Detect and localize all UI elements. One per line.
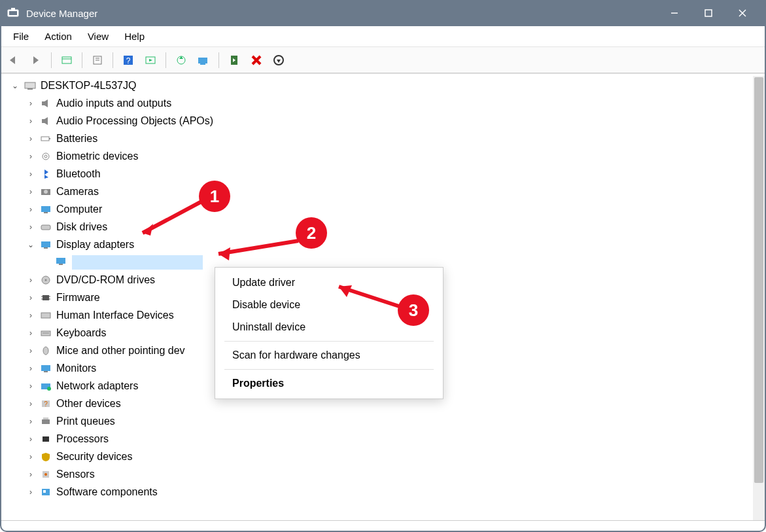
monitor-icon	[39, 204, 52, 215]
svg-rect-28	[25, 82, 35, 88]
sensor-icon	[39, 469, 52, 480]
chevron-right-icon[interactable]: ›	[26, 328, 35, 338]
context-scan-hardware[interactable]: Scan for hardware changes	[215, 344, 443, 366]
disable-device-button[interactable]	[269, 50, 288, 70]
category-node[interactable]: › Software components	[26, 483, 766, 501]
chevron-right-icon[interactable]: ›	[26, 452, 35, 461]
monitor-icon	[55, 256, 68, 269]
menu-file[interactable]: File	[5, 28, 37, 44]
toolbar-separator	[165, 52, 166, 68]
chevron-right-icon[interactable]: ›	[26, 222, 35, 232]
category-node[interactable]: › Bluetooth	[26, 165, 766, 183]
svg-point-62	[47, 387, 51, 391]
svg-rect-2	[11, 8, 15, 10]
svg-rect-32	[42, 119, 44, 123]
chevron-right-icon[interactable]: ›	[26, 205, 35, 214]
svg-rect-9	[62, 57, 71, 63]
category-node[interactable]: › Security devices	[26, 448, 766, 465]
chevron-right-icon[interactable]: ›	[26, 187, 35, 196]
chevron-right-icon[interactable]: ›	[26, 364, 35, 373]
category-label: Network adapters	[56, 380, 138, 392]
close-button[interactable]	[725, 0, 759, 26]
svg-rect-66	[43, 417, 48, 419]
svg-rect-44	[41, 241, 50, 247]
svg-rect-71	[43, 490, 46, 493]
category-label: Bluetooth	[56, 168, 101, 180]
chevron-right-icon[interactable]: ›	[26, 381, 35, 391]
category-node[interactable]: › Sensors	[26, 465, 766, 483]
category-node[interactable]: › Audio Processing Objects (APOs)	[26, 112, 766, 130]
category-label: Security devices	[56, 451, 133, 463]
chevron-right-icon[interactable]: ›	[26, 116, 35, 126]
action-button[interactable]	[141, 50, 160, 70]
menu-help[interactable]: Help	[116, 28, 152, 44]
show-hidden-button[interactable]	[57, 50, 77, 70]
software-icon	[39, 486, 52, 498]
chevron-right-icon[interactable]: ›	[26, 417, 35, 426]
category-label: Computer	[56, 204, 102, 215]
chip-icon	[39, 292, 52, 304]
category-node[interactable]: › Audio inputs and outputs	[26, 94, 766, 112]
svg-marker-31	[44, 99, 48, 107]
monitor-icon	[39, 363, 52, 374]
selected-device-label	[72, 255, 203, 270]
root-node[interactable]: ⌄ DESKTOP-4L537JQ	[10, 77, 766, 94]
chevron-right-icon[interactable]: ›	[26, 99, 35, 108]
category-label: Cameras	[56, 186, 99, 198]
chevron-right-icon[interactable]: ›	[26, 293, 35, 302]
shield-icon	[39, 451, 52, 463]
category-label: DVD/CD-ROM drives	[56, 274, 155, 286]
network-icon	[39, 380, 52, 392]
chevron-right-icon[interactable]: ›	[26, 434, 35, 444]
category-node[interactable]: › Biometric devices	[26, 147, 766, 165]
status-bar	[0, 520, 766, 532]
context-properties[interactable]: Properties	[215, 372, 443, 395]
category-node[interactable]: › Processors	[26, 430, 766, 448]
svg-rect-67	[43, 436, 49, 442]
update-driver-button[interactable]	[171, 50, 191, 70]
chevron-right-icon[interactable]: ›	[26, 275, 35, 285]
minimize-button[interactable]	[657, 0, 691, 26]
toolbar-separator	[51, 52, 52, 68]
chevron-right-icon[interactable]: ›	[26, 134, 35, 143]
title-bar: Device Manager	[0, 0, 766, 26]
enable-device-button[interactable]	[224, 50, 244, 70]
chevron-right-icon[interactable]: ›	[26, 311, 35, 320]
chevron-right-icon[interactable]: ›	[26, 169, 35, 179]
vertical-scrollbar[interactable]	[753, 76, 765, 521]
help-button[interactable]: ?	[118, 50, 138, 70]
annotation-arrow-3	[327, 281, 406, 317]
category-label: Monitors	[56, 363, 96, 374]
scrollbar-thumb[interactable]	[754, 77, 763, 483]
category-label: Display adapters	[56, 239, 134, 251]
category-label: Mice and other pointing dev	[56, 345, 185, 357]
category-node[interactable]: › Print queues	[26, 412, 766, 430]
svg-rect-50	[43, 295, 49, 300]
speaker-icon	[39, 98, 52, 109]
chevron-down-icon[interactable]: ⌄	[26, 240, 35, 249]
svg-rect-35	[49, 138, 50, 139]
context-separator	[224, 341, 434, 342]
menu-view[interactable]: View	[80, 28, 116, 44]
menu-action[interactable]: Action	[37, 28, 80, 44]
chevron-right-icon[interactable]: ›	[26, 346, 35, 355]
back-button[interactable]	[4, 50, 24, 70]
svg-marker-17	[149, 59, 152, 62]
window-title: Device Manager	[26, 8, 657, 19]
chevron-right-icon[interactable]: ›	[26, 470, 35, 479]
category-node[interactable]: › Batteries	[26, 130, 766, 147]
svg-rect-20	[198, 58, 207, 63]
speaker-icon	[39, 115, 52, 127]
properties-button[interactable]	[88, 50, 107, 70]
uninstall-device-button[interactable]	[247, 50, 266, 70]
keyboard-icon	[39, 327, 52, 339]
chevron-right-icon[interactable]: ›	[26, 488, 35, 497]
chevron-down-icon[interactable]: ⌄	[10, 81, 20, 90]
scan-hardware-button[interactable]	[194, 50, 213, 70]
chevron-right-icon[interactable]: ›	[26, 399, 35, 408]
maximize-button[interactable]	[691, 0, 725, 26]
forward-button[interactable]	[26, 50, 46, 70]
svg-rect-46	[56, 258, 65, 264]
chevron-right-icon[interactable]: ›	[26, 152, 35, 161]
svg-rect-30	[42, 101, 44, 105]
